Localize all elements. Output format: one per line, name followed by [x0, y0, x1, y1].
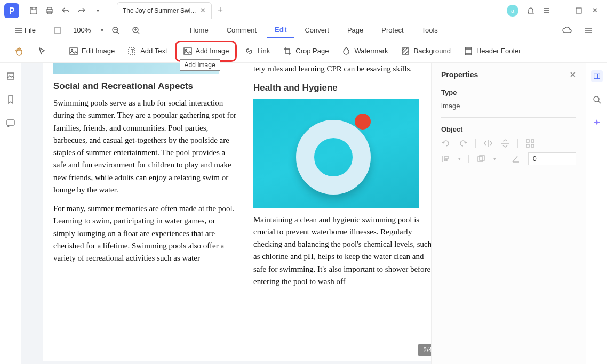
svg-rect-11: [184, 48, 191, 54]
app-logo[interactable]: [4, 3, 19, 18]
type-value: image: [441, 102, 576, 110]
svg-rect-5: [55, 27, 60, 34]
file-menu[interactable]: File: [11, 24, 40, 36]
menu-comment[interactable]: Comment: [219, 23, 264, 37]
zoom-dropdown-icon[interactable]: ▾: [101, 27, 103, 33]
svg-rect-19: [526, 144, 529, 147]
svg-rect-18: [531, 140, 534, 142]
edit-toolbar: Edit Image Add Text Add Image Add Image …: [0, 39, 607, 63]
window-close[interactable]: ✕: [587, 3, 603, 19]
ai-sparkle-icon[interactable]: [591, 117, 603, 129]
settings-lines-icon[interactable]: [584, 26, 593, 35]
document-tab[interactable]: The Joy of Summer Swi... ✕: [117, 2, 212, 19]
svg-rect-16: [7, 120, 14, 125]
save-icon[interactable]: [29, 6, 38, 15]
crop-page-button[interactable]: Crop Page: [277, 43, 334, 59]
crop-page-label: Crop Page: [295, 47, 329, 55]
comments-icon[interactable]: [5, 117, 17, 129]
hand-icon: [15, 46, 25, 56]
add-text-button[interactable]: Add Text: [122, 43, 172, 59]
header-footer-icon: [464, 46, 473, 56]
arrange-dropdown-icon[interactable]: ▾: [493, 156, 496, 161]
menu-tools[interactable]: Tools: [414, 23, 445, 37]
page-indicator: 2/4: [418, 344, 431, 356]
page-view-icon[interactable]: [53, 26, 62, 35]
left-rail: [0, 63, 21, 364]
distribute-icon[interactable]: [525, 139, 535, 148]
cursor-icon: [37, 46, 47, 56]
align-icon[interactable]: [441, 154, 451, 164]
select-tool[interactable]: [32, 43, 52, 59]
print-icon[interactable]: [45, 6, 54, 15]
bookmarks-icon[interactable]: [5, 94, 17, 106]
rotation-input[interactable]: [528, 152, 576, 165]
thumbnails-icon[interactable]: [5, 70, 17, 82]
menu-page[interactable]: Page: [340, 23, 371, 37]
background-button[interactable]: Background: [395, 43, 456, 59]
type-label: Type: [441, 88, 576, 96]
add-text-label: Add Text: [140, 47, 167, 55]
window-maximize[interactable]: [571, 3, 587, 19]
background-icon: [401, 46, 410, 56]
new-tab-button[interactable]: +: [217, 5, 223, 16]
tab-title: The Joy of Summer Swi...: [123, 7, 196, 14]
menu-icon[interactable]: [539, 3, 555, 19]
link-label: Link: [257, 47, 270, 55]
watermark-button[interactable]: Watermark: [336, 43, 393, 59]
zoom-value[interactable]: 100%: [70, 25, 97, 35]
user-avatar[interactable]: a: [507, 5, 518, 17]
arrange-icon[interactable]: [476, 154, 486, 164]
svg-rect-17: [526, 140, 529, 142]
link-button[interactable]: Link: [239, 43, 275, 59]
watermark-icon: [341, 46, 351, 56]
heading-health: Health and Hygiene: [253, 83, 431, 93]
flip-horizontal-icon[interactable]: [483, 139, 493, 148]
add-image-highlight: Add Image Add Image: [175, 41, 237, 62]
undo-icon[interactable]: [61, 6, 70, 15]
window-minimize[interactable]: ―: [555, 3, 571, 19]
edit-image-label: Edit Image: [82, 47, 115, 55]
menu-protect[interactable]: Protect: [374, 23, 411, 37]
rotate-right-icon[interactable]: [458, 139, 468, 148]
flip-vertical-icon[interactable]: [500, 139, 510, 148]
rotate-left-icon[interactable]: [441, 139, 451, 148]
zoom-in-icon[interactable]: [131, 26, 141, 35]
search-icon[interactable]: [591, 94, 603, 106]
background-label: Background: [413, 47, 450, 55]
paragraph-right-1: Maintaining a clean and hygienic swimmin…: [253, 214, 431, 288]
notification-icon[interactable]: [523, 3, 539, 19]
svg-rect-23: [594, 74, 600, 78]
header-footer-button[interactable]: Header Footer: [458, 43, 526, 59]
properties-panel: Properties ✕ Type image Object ▾ ▾: [431, 63, 586, 364]
workspace: Social and Recreational Aspects Swimming…: [0, 63, 607, 364]
menubar: File 100% ▾ Home Comment Edit Convert Pa…: [0, 21, 607, 39]
header-footer-label: Header Footer: [476, 47, 521, 55]
menu-home[interactable]: Home: [182, 23, 216, 37]
menu-convert[interactable]: Convert: [297, 23, 337, 37]
add-image-button[interactable]: Add Image: [178, 43, 235, 59]
svg-rect-4: [576, 8, 581, 13]
edit-image-icon: [69, 46, 78, 56]
dropdown-caret-icon[interactable]: ▾: [93, 6, 102, 15]
svg-rect-8: [70, 48, 77, 54]
cloud-icon[interactable]: [562, 26, 572, 35]
file-label: File: [25, 26, 36, 34]
redo-icon[interactable]: [77, 6, 86, 15]
menu-edit[interactable]: Edit: [267, 22, 294, 38]
svg-point-24: [594, 96, 599, 102]
pool-image[interactable]: [253, 99, 419, 208]
properties-close-icon[interactable]: ✕: [570, 70, 576, 79]
ball-graphic: [355, 114, 371, 130]
align-dropdown-icon[interactable]: ▾: [458, 156, 461, 161]
watermark-label: Watermark: [354, 47, 388, 55]
edit-image-button[interactable]: Edit Image: [63, 43, 120, 59]
hand-tool[interactable]: [10, 43, 30, 59]
document-viewport[interactable]: Social and Recreational Aspects Swimming…: [21, 63, 431, 364]
zoom-out-icon[interactable]: [111, 26, 121, 35]
angle-icon[interactable]: [511, 154, 521, 164]
properties-toggle-icon[interactable]: [591, 70, 603, 82]
add-text-icon: [127, 46, 137, 56]
tab-close-icon[interactable]: ✕: [200, 6, 206, 14]
paragraph-left-1: Swimming pools serve as a hub for social…: [53, 97, 237, 196]
object-label: Object: [441, 125, 576, 133]
